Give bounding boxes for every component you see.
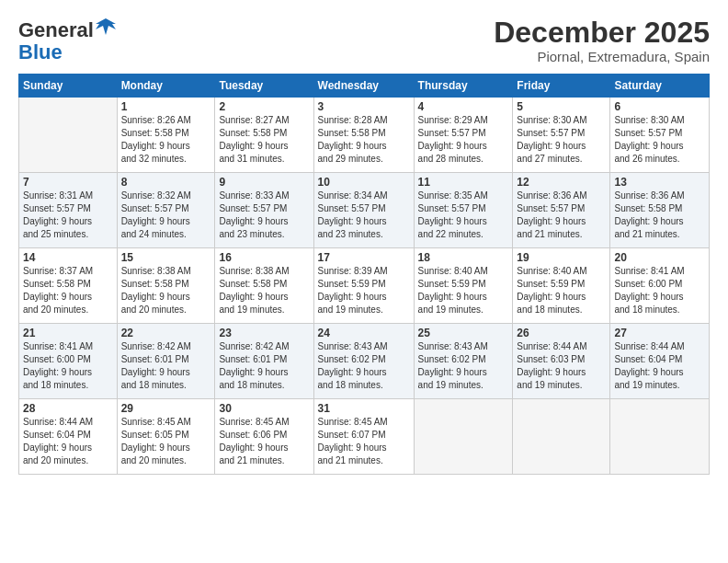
day-number: 22 — [121, 327, 211, 339]
day-info: Sunrise: 8:38 AM Sunset: 5:58 PM Dayligh… — [219, 265, 309, 316]
calendar-day-cell: 13Sunrise: 8:36 AM Sunset: 5:58 PM Dayli… — [610, 173, 710, 248]
day-info: Sunrise: 8:44 AM Sunset: 6:04 PM Dayligh… — [23, 416, 113, 467]
day-number: 18 — [418, 251, 509, 264]
day-info: Sunrise: 8:34 AM Sunset: 5:57 PM Dayligh… — [318, 190, 410, 241]
day-number: 7 — [23, 176, 113, 189]
day-info: Sunrise: 8:26 AM Sunset: 5:58 PM Dayligh… — [121, 114, 211, 166]
month-title: December 2025 — [494, 17, 710, 49]
day-number: 17 — [318, 251, 410, 264]
header-tuesday: Tuesday — [215, 75, 313, 98]
day-number: 27 — [614, 327, 705, 339]
calendar-day-cell: 14Sunrise: 8:37 AM Sunset: 5:58 PM Dayli… — [19, 248, 118, 324]
day-info: Sunrise: 8:29 AM Sunset: 5:57 PM Dayligh… — [418, 114, 509, 166]
calendar-day-cell: 24Sunrise: 8:43 AM Sunset: 6:02 PM Dayli… — [313, 324, 414, 399]
day-number: 4 — [418, 100, 509, 113]
day-info: Sunrise: 8:30 AM Sunset: 5:57 PM Dayligh… — [517, 114, 606, 166]
day-info: Sunrise: 8:44 AM Sunset: 6:04 PM Dayligh… — [614, 340, 705, 392]
day-info: Sunrise: 8:39 AM Sunset: 5:59 PM Dayligh… — [318, 265, 410, 316]
day-info: Sunrise: 8:41 AM Sunset: 6:00 PM Dayligh… — [614, 265, 705, 316]
calendar-day-cell: 22Sunrise: 8:42 AM Sunset: 6:01 PM Dayli… — [117, 324, 215, 399]
day-number: 15 — [121, 251, 211, 264]
calendar-day-cell: 29Sunrise: 8:45 AM Sunset: 6:05 PM Dayli… — [117, 399, 215, 475]
day-info: Sunrise: 8:30 AM Sunset: 5:57 PM Dayligh… — [614, 114, 705, 166]
header: General Blue December 2025 Piornal, Extr… — [18, 17, 710, 64]
calendar-day-cell: 17Sunrise: 8:39 AM Sunset: 5:59 PM Dayli… — [313, 248, 414, 324]
day-info: Sunrise: 8:45 AM Sunset: 6:07 PM Dayligh… — [318, 416, 410, 467]
day-number: 26 — [517, 327, 606, 339]
calendar-day-cell: 16Sunrise: 8:38 AM Sunset: 5:58 PM Dayli… — [215, 248, 313, 324]
day-info: Sunrise: 8:45 AM Sunset: 6:06 PM Dayligh… — [219, 416, 309, 467]
day-number: 10 — [318, 176, 410, 189]
day-info: Sunrise: 8:43 AM Sunset: 6:02 PM Dayligh… — [318, 340, 410, 392]
day-number: 25 — [418, 327, 509, 339]
day-info: Sunrise: 8:35 AM Sunset: 5:57 PM Dayligh… — [418, 190, 509, 241]
day-number: 23 — [219, 327, 309, 339]
calendar-week-row: 21Sunrise: 8:41 AM Sunset: 6:00 PM Dayli… — [19, 324, 710, 399]
day-number: 13 — [614, 176, 705, 189]
day-info: Sunrise: 8:32 AM Sunset: 5:57 PM Dayligh… — [121, 190, 211, 241]
day-number: 12 — [517, 176, 606, 189]
day-info: Sunrise: 8:38 AM Sunset: 5:58 PM Dayligh… — [121, 265, 211, 316]
day-number: 14 — [23, 251, 113, 264]
calendar-day-cell: 23Sunrise: 8:42 AM Sunset: 6:01 PM Dayli… — [215, 324, 313, 399]
calendar-day-cell: 2Sunrise: 8:27 AM Sunset: 5:58 PM Daylig… — [215, 98, 313, 173]
calendar-day-cell — [610, 399, 710, 475]
logo: General Blue — [18, 17, 116, 63]
calendar-week-row: 14Sunrise: 8:37 AM Sunset: 5:58 PM Dayli… — [19, 248, 710, 324]
calendar-week-row: 1Sunrise: 8:26 AM Sunset: 5:58 PM Daylig… — [19, 98, 710, 173]
calendar-day-cell: 12Sunrise: 8:36 AM Sunset: 5:57 PM Dayli… — [513, 173, 610, 248]
day-number: 24 — [318, 327, 410, 339]
calendar-day-cell: 31Sunrise: 8:45 AM Sunset: 6:07 PM Dayli… — [313, 399, 414, 475]
calendar-day-cell: 6Sunrise: 8:30 AM Sunset: 5:57 PM Daylig… — [610, 98, 710, 173]
day-number: 16 — [219, 251, 309, 264]
calendar-day-cell — [414, 399, 513, 475]
calendar-day-cell — [513, 399, 610, 475]
day-number: 6 — [614, 100, 705, 113]
calendar-table: Sunday Monday Tuesday Wednesday Thursday… — [18, 74, 710, 475]
day-number: 21 — [23, 327, 113, 339]
svg-marker-0 — [96, 18, 116, 35]
calendar-day-cell: 25Sunrise: 8:43 AM Sunset: 6:02 PM Dayli… — [414, 324, 513, 399]
day-info: Sunrise: 8:42 AM Sunset: 6:01 PM Dayligh… — [219, 340, 309, 392]
day-info: Sunrise: 8:31 AM Sunset: 5:57 PM Dayligh… — [23, 190, 113, 241]
day-number: 30 — [219, 402, 309, 415]
day-number: 31 — [318, 402, 410, 415]
day-info: Sunrise: 8:45 AM Sunset: 6:05 PM Dayligh… — [121, 416, 211, 467]
calendar-week-row: 28Sunrise: 8:44 AM Sunset: 6:04 PM Dayli… — [19, 399, 710, 475]
day-info: Sunrise: 8:36 AM Sunset: 5:58 PM Dayligh… — [614, 190, 705, 241]
logo-general: General — [18, 18, 94, 41]
day-info: Sunrise: 8:27 AM Sunset: 5:58 PM Dayligh… — [219, 114, 309, 166]
day-number: 19 — [517, 251, 606, 264]
day-number: 1 — [121, 100, 211, 113]
day-number: 20 — [614, 251, 705, 264]
calendar-day-cell: 3Sunrise: 8:28 AM Sunset: 5:58 PM Daylig… — [313, 98, 414, 173]
calendar-day-cell: 20Sunrise: 8:41 AM Sunset: 6:00 PM Dayli… — [610, 248, 710, 324]
calendar-day-cell: 7Sunrise: 8:31 AM Sunset: 5:57 PM Daylig… — [19, 173, 118, 248]
calendar-day-cell: 1Sunrise: 8:26 AM Sunset: 5:58 PM Daylig… — [117, 98, 215, 173]
day-number: 5 — [517, 100, 606, 113]
day-info: Sunrise: 8:36 AM Sunset: 5:57 PM Dayligh… — [517, 190, 606, 241]
location: Piornal, Extremadura, Spain — [494, 49, 710, 64]
day-info: Sunrise: 8:44 AM Sunset: 6:03 PM Dayligh… — [517, 340, 606, 392]
logo-bird-icon — [96, 17, 116, 37]
day-info: Sunrise: 8:42 AM Sunset: 6:01 PM Dayligh… — [121, 340, 211, 392]
calendar-day-cell: 10Sunrise: 8:34 AM Sunset: 5:57 PM Dayli… — [313, 173, 414, 248]
calendar-day-cell: 26Sunrise: 8:44 AM Sunset: 6:03 PM Dayli… — [513, 324, 610, 399]
calendar-day-cell — [19, 98, 118, 173]
calendar-header-row: Sunday Monday Tuesday Wednesday Thursday… — [19, 75, 710, 98]
calendar-week-row: 7Sunrise: 8:31 AM Sunset: 5:57 PM Daylig… — [19, 173, 710, 248]
day-number: 2 — [219, 100, 309, 113]
header-sunday: Sunday — [19, 75, 118, 98]
day-number: 8 — [121, 176, 211, 189]
title-block: December 2025 Piornal, Extremadura, Spai… — [494, 17, 710, 64]
logo-blue: Blue — [18, 40, 63, 63]
calendar-day-cell: 8Sunrise: 8:32 AM Sunset: 5:57 PM Daylig… — [117, 173, 215, 248]
day-number: 29 — [121, 402, 211, 415]
calendar-day-cell: 4Sunrise: 8:29 AM Sunset: 5:57 PM Daylig… — [414, 98, 513, 173]
header-friday: Friday — [513, 75, 610, 98]
calendar-day-cell: 9Sunrise: 8:33 AM Sunset: 5:57 PM Daylig… — [215, 173, 313, 248]
day-number: 28 — [23, 402, 113, 415]
day-info: Sunrise: 8:41 AM Sunset: 6:00 PM Dayligh… — [23, 340, 113, 392]
calendar-day-cell: 18Sunrise: 8:40 AM Sunset: 5:59 PM Dayli… — [414, 248, 513, 324]
day-info: Sunrise: 8:28 AM Sunset: 5:58 PM Dayligh… — [318, 114, 410, 166]
